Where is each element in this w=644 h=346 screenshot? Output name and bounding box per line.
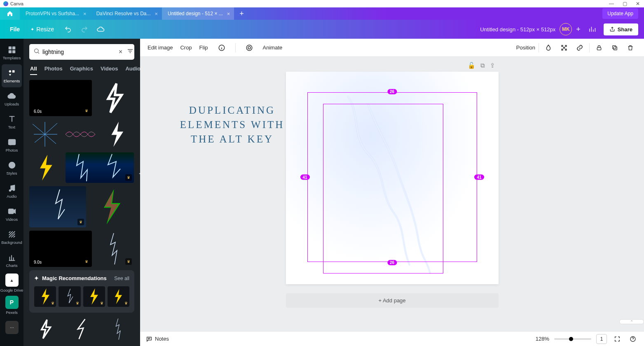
selection-inner[interactable]: [323, 104, 443, 274]
result-pink-spark[interactable]: [64, 119, 97, 149]
resize-button[interactable]: Resize: [26, 23, 59, 35]
tab-close-button[interactable]: ×: [227, 11, 230, 17]
zoom-slider[interactable]: [554, 338, 591, 340]
duplicate-icon[interactable]: [609, 42, 621, 54]
page-export-icon[interactable]: ⇪: [490, 62, 495, 69]
result-plasma-ball[interactable]: [29, 119, 61, 149]
tab-audio[interactable]: Audio: [125, 65, 140, 75]
result-bolt-line-3[interactable]: [101, 317, 134, 341]
canvas-viewport[interactable]: 🔓 ⧉ ⇪ DUPLICATING ELEMENTS WITH THE ALT …: [140, 57, 644, 331]
flip-button[interactable]: Flip: [199, 44, 208, 51]
separator: [539, 43, 539, 52]
position-button[interactable]: Position: [516, 44, 535, 51]
cloud-sync-icon[interactable]: [94, 22, 108, 37]
link-icon[interactable]: [574, 42, 586, 54]
category-tabs: All Photos Graphics Videos Audio: [30, 65, 133, 75]
result-bolt-white[interactable]: [100, 119, 134, 149]
result-bolt-line-2[interactable]: [66, 317, 98, 341]
magic-thumb-1[interactable]: ♛: [34, 286, 56, 307]
rail-elements[interactable]: Elements: [2, 64, 22, 87]
checker-icon[interactable]: [558, 42, 570, 54]
transparency-icon[interactable]: [542, 42, 555, 54]
search-filter-button[interactable]: [126, 47, 134, 56]
search-input[interactable]: [42, 49, 115, 55]
svg-point-8: [9, 162, 15, 168]
animate-button[interactable]: Animate: [263, 44, 283, 51]
update-app-button[interactable]: Update App: [602, 8, 638, 19]
fullscreen-button[interactable]: [612, 334, 623, 344]
result-bolt-line-1[interactable]: [29, 317, 62, 341]
window-close-button[interactable]: ✕: [635, 1, 641, 7]
crop-button[interactable]: Crop: [180, 44, 192, 51]
rail-videos[interactable]: Videos: [0, 203, 23, 226]
info-icon[interactable]: [215, 42, 228, 54]
rail-audio[interactable]: Audio: [0, 180, 23, 203]
result-photo-bluelightning[interactable]: ♛: [66, 152, 134, 183]
home-tab[interactable]: [0, 7, 20, 20]
result-bolt-multicolor[interactable]: [89, 186, 134, 227]
svg-point-11: [11, 166, 12, 167]
page-count-button[interactable]: 1: [596, 334, 607, 344]
result-video-black[interactable]: 6.0s ♛: [29, 80, 92, 116]
rail-templates[interactable]: Templates: [0, 41, 23, 64]
rail-more[interactable]: ⋯: [0, 316, 23, 339]
share-button[interactable]: Share: [604, 23, 638, 35]
result-video-black-2[interactable]: 9.0s ♛: [29, 231, 92, 267]
new-tab-button[interactable]: +: [234, 7, 249, 20]
result-photo-storm[interactable]: ♛: [29, 186, 86, 227]
rail-styles[interactable]: Styles: [0, 157, 23, 180]
add-page-button[interactable]: + Add page: [286, 293, 499, 308]
rail-google-drive[interactable]: ▲Google Drive: [0, 272, 23, 294]
page-collapse-handle[interactable]: ⌃: [619, 319, 644, 324]
add-collaborator-button[interactable]: +: [576, 25, 581, 34]
zoom-value[interactable]: 128%: [536, 336, 549, 342]
rail-background[interactable]: Background: [0, 226, 23, 249]
rail-label: Audio: [7, 194, 16, 199]
tab-protonvpn[interactable]: ProtonVPN vs Surfsha... ×: [20, 7, 91, 20]
clear-search-button[interactable]: ×: [117, 48, 124, 56]
tab-videos[interactable]: Videos: [101, 65, 118, 75]
result-bolt-outline[interactable]: [95, 80, 134, 116]
rail-label: Pexels: [6, 310, 18, 315]
magic-thumb-2[interactable]: ♛: [59, 286, 80, 307]
result-bolt-yellow[interactable]: [29, 152, 62, 183]
help-button[interactable]: [628, 334, 638, 344]
rail-photos[interactable]: Photos: [0, 133, 23, 157]
rail-label: Background: [1, 240, 22, 245]
magic-thumb-4[interactable]: ♛: [108, 286, 129, 307]
file-menu-button[interactable]: File: [6, 23, 24, 35]
see-all-link[interactable]: See all: [114, 276, 129, 281]
tab-untitled[interactable]: Untitled design - 512 × ... ×: [162, 7, 234, 20]
rail-pexels[interactable]: PPexels: [0, 294, 23, 316]
design-name[interactable]: Untitled design - 512px × 512px: [480, 26, 555, 33]
separator: [235, 43, 236, 52]
tab-graphics[interactable]: Graphics: [70, 65, 93, 75]
undo-button[interactable]: [61, 22, 75, 37]
page-lock-icon[interactable]: 🔓: [468, 62, 475, 69]
lock-icon[interactable]: [593, 42, 605, 54]
tab-close-button[interactable]: ×: [83, 11, 87, 17]
window-maximize-button[interactable]: ▢: [622, 1, 628, 7]
tab-all[interactable]: All: [30, 65, 37, 75]
page-duplicate-icon[interactable]: ⧉: [480, 62, 485, 69]
svg-point-9: [10, 164, 11, 165]
magic-thumb-3[interactable]: ♛: [83, 286, 105, 307]
insights-button[interactable]: [585, 22, 600, 37]
rail-charts[interactable]: Charts: [0, 249, 23, 272]
redo-button[interactable]: [77, 22, 92, 37]
edit-image-button[interactable]: Edit image: [148, 44, 173, 51]
window-minimize-button[interactable]: —: [609, 1, 614, 7]
user-avatar[interactable]: MK: [560, 23, 572, 35]
tab-photos[interactable]: Photos: [44, 65, 63, 75]
zoom-knob[interactable]: [569, 337, 573, 341]
result-photo-thinbolt[interactable]: ♛: [95, 231, 134, 267]
notes-button[interactable]: Notes: [146, 336, 169, 342]
svg-point-17: [246, 45, 252, 51]
rail-uploads[interactable]: Uploads: [0, 87, 23, 110]
tab-close-button[interactable]: ×: [155, 11, 158, 17]
rail-text[interactable]: Text: [0, 110, 23, 133]
search-field[interactable]: ×: [29, 44, 134, 60]
tab-davinci[interactable]: DaVinci Resolve vs Da... ×: [91, 7, 162, 20]
design-page[interactable]: DUPLICATING ELEMENTS WITH THE ALT KEY 26…: [286, 72, 499, 284]
trash-icon[interactable]: [624, 42, 637, 54]
